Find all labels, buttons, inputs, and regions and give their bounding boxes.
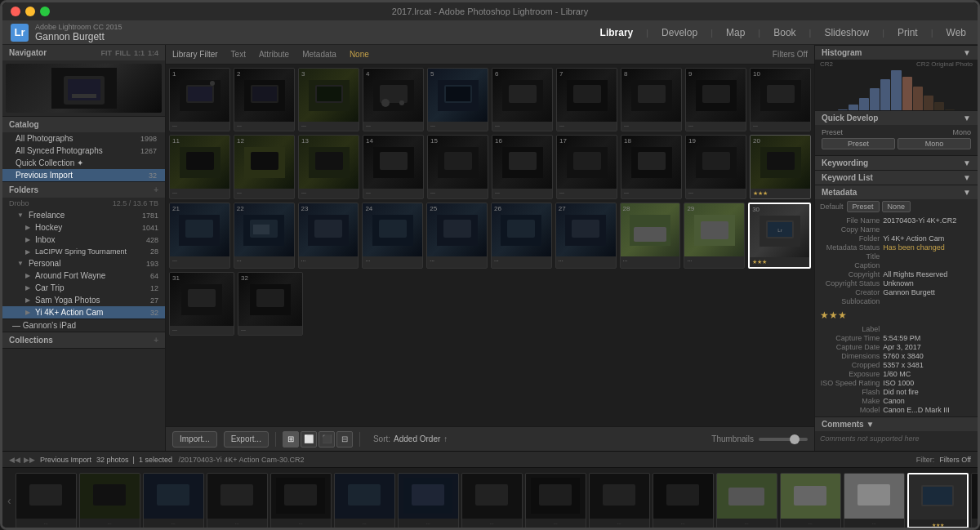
filters-off-film[interactable]: Filters Off <box>939 456 971 464</box>
table-row[interactable]: 27··· <box>555 203 617 269</box>
table-row[interactable]: 22··· <box>234 203 295 269</box>
nav-develop[interactable]: Develop <box>658 25 701 40</box>
import-button[interactable]: Import... <box>172 431 217 448</box>
list-item[interactable]: ··· <box>844 473 905 528</box>
table-row[interactable]: 2··· <box>234 68 295 131</box>
list-item[interactable]: ··· <box>398 473 459 528</box>
sort-direction[interactable]: ↑ <box>443 434 448 443</box>
table-row[interactable]: 19··· <box>685 135 746 199</box>
none-button[interactable]: None <box>882 201 911 212</box>
list-item[interactable]: ··· <box>716 473 777 528</box>
table-row[interactable]: 28··· <box>620 203 681 269</box>
table-row[interactable]: 25··· <box>426 203 488 269</box>
nav-book[interactable]: Book <box>770 25 799 40</box>
preset-button[interactable]: Preset <box>847 201 880 212</box>
table-row[interactable]: 16··· <box>492 135 553 199</box>
label-value[interactable] <box>883 325 973 333</box>
table-row[interactable]: 11··· <box>169 135 230 199</box>
filter-text[interactable]: Text <box>231 50 246 59</box>
nav-map[interactable]: Map <box>723 25 748 40</box>
list-item[interactable]: ★★★ <box>907 473 969 528</box>
histogram-header[interactable]: Histogram ▼ <box>815 45 978 60</box>
gannons-ipad[interactable]: — Gannon's iPad <box>2 319 165 332</box>
list-item[interactable]: ··· <box>270 473 332 528</box>
table-row[interactable]: 26··· <box>491 203 552 269</box>
navigator-header[interactable]: Navigator FIT FILL 1:1 1:4 <box>2 45 165 60</box>
folder-yi-action-cam[interactable]: ▶Yi 4K+ Action Cam 32 <box>2 306 165 318</box>
catalog-header[interactable]: Catalog <box>2 117 165 132</box>
file-name-value[interactable]: 20170403-Yi 4K+.CR2 <box>883 216 973 225</box>
filter-attribute[interactable]: Attribute <box>259 50 289 59</box>
minimize-button[interactable] <box>25 7 35 16</box>
catalog-quick-collection[interactable]: Quick Collection ✦ <box>2 157 165 169</box>
table-row[interactable]: 31··· <box>169 272 234 336</box>
nav-slideshow[interactable]: Slideshow <box>821 25 872 40</box>
table-row[interactable]: 29··· <box>684 203 745 269</box>
table-row[interactable]: 12··· <box>234 135 295 199</box>
list-item[interactable]: ··· <box>143 473 204 528</box>
table-row[interactable]: 15··· <box>427 135 488 199</box>
collections-header[interactable]: Collections + <box>2 332 165 348</box>
close-button[interactable] <box>11 7 20 16</box>
list-item[interactable]: ··· <box>589 473 650 528</box>
table-row[interactable]: 17··· <box>556 135 617 199</box>
table-row[interactable]: 14··· <box>363 135 424 199</box>
catalog-previous-import[interactable]: Previous Import 32 <box>2 169 165 181</box>
table-row[interactable]: 5··· <box>427 68 488 131</box>
survey-view-button[interactable]: ⊟ <box>336 431 353 448</box>
table-row[interactable]: 18··· <box>621 135 682 199</box>
filmstrip-next-button[interactable]: ▶▶ <box>24 456 35 464</box>
table-row[interactable]: 1··· <box>169 68 230 131</box>
folder-lacipw[interactable]: ▶LaCIPW Spring Tournament 28 <box>2 246 165 257</box>
copyright-value[interactable]: All Rights Reserved <box>883 270 973 278</box>
list-item[interactable]: ··· <box>79 473 140 528</box>
folder-value[interactable]: Yi 4K+ Action Cam <box>883 234 973 243</box>
list-item[interactable]: ··· <box>653 473 714 528</box>
table-row[interactable]: 23··· <box>298 203 359 269</box>
metadata-header[interactable]: Metadata ▼ <box>815 185 978 199</box>
list-item[interactable]: ··· <box>334 473 395 528</box>
table-row[interactable]: 6··· <box>492 68 553 131</box>
list-item[interactable]: ··· <box>780 473 841 528</box>
caption-value[interactable] <box>883 261 973 269</box>
keywording-header[interactable]: Keywording ▼ <box>815 155 978 170</box>
table-row[interactable]: 8··· <box>621 68 682 131</box>
table-row[interactable]: 21··· <box>169 203 230 269</box>
nav-web[interactable]: Web <box>943 25 969 40</box>
compare-view-button[interactable]: ⬛ <box>318 431 335 448</box>
table-row[interactable]: 24··· <box>362 203 423 269</box>
table-row[interactable]: 20★★★ <box>750 135 811 199</box>
nav-library[interactable]: Library <box>597 25 637 40</box>
list-item[interactable]: ··· <box>971 473 978 528</box>
creator-value[interactable]: Gannon Burgett <box>883 288 973 296</box>
export-button[interactable]: Export... <box>224 431 269 448</box>
folder-hockey[interactable]: ▶Hockey 1041 <box>2 221 165 234</box>
folders-header[interactable]: Folders + <box>2 182 165 198</box>
table-row[interactable]: 30Lr★★★ <box>748 203 811 269</box>
catalog-all-photographs[interactable]: All Photographs 1998 <box>2 132 165 145</box>
list-item[interactable]: ··· <box>207 473 268 528</box>
table-row[interactable]: 3··· <box>298 68 359 131</box>
grid-view-button[interactable]: ⊞ <box>283 431 299 448</box>
list-item[interactable]: ··· <box>16 473 77 528</box>
title-value[interactable] <box>883 252 973 261</box>
preset-selector[interactable]: Preset <box>822 138 895 149</box>
filters-off[interactable]: Filters Off <box>773 50 808 59</box>
comments-header[interactable]: Comments ▼ <box>815 416 978 431</box>
table-row[interactable]: 9··· <box>685 68 746 131</box>
prev-import-label[interactable]: Previous Import <box>40 456 91 464</box>
rating-display[interactable]: ★★★ <box>815 308 978 323</box>
folder-freelance[interactable]: ▼Freelance 1781 <box>2 209 165 221</box>
table-row[interactable]: 10··· <box>750 68 811 131</box>
mono-selector[interactable]: Mono <box>898 138 971 149</box>
folder-car-trip[interactable]: ▶Car Trip 12 <box>2 282 165 294</box>
catalog-all-synced[interactable]: All Synced Photographs 1267 <box>2 145 165 157</box>
loupe-view-button[interactable]: ⬜ <box>301 431 317 448</box>
list-item[interactable]: ··· <box>461 473 523 528</box>
thumbnail-size-slider[interactable] <box>759 438 808 441</box>
folder-inbox[interactable]: ▶Inbox 428 <box>2 234 165 246</box>
nav-print[interactable]: Print <box>894 25 921 40</box>
maximize-button[interactable] <box>40 7 50 16</box>
sublocation-value[interactable] <box>883 297 973 305</box>
filter-none[interactable]: None <box>350 50 369 59</box>
